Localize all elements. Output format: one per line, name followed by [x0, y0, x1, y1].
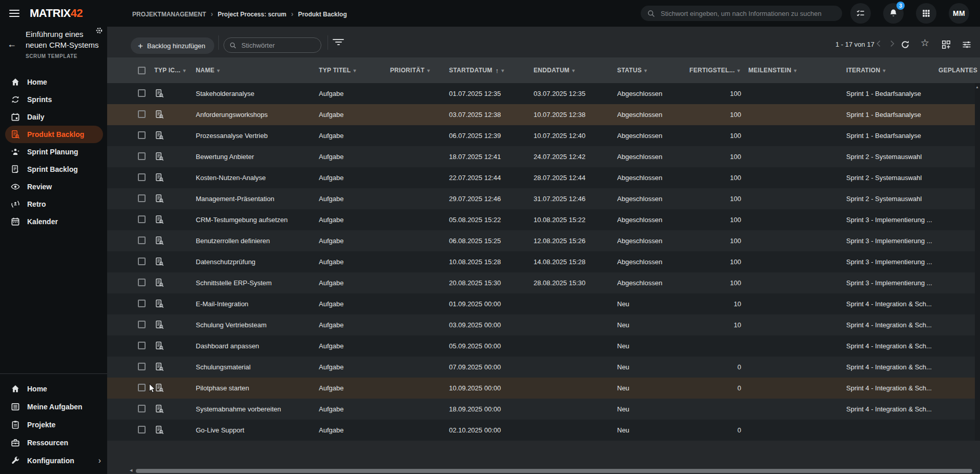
- column-menu-caret-icon[interactable]: [215, 67, 220, 74]
- column-menu-caret-icon[interactable]: [880, 67, 885, 74]
- row-checkbox[interactable]: [138, 279, 146, 286]
- table-row[interactable]: Bewertung AnbieterAufgabe18.07.2025 12:4…: [107, 146, 975, 167]
- global-search-input[interactable]: [660, 9, 836, 18]
- vertical-scrollbar[interactable]: ▲: [975, 83, 980, 441]
- row-checkbox[interactable]: [138, 363, 146, 370]
- column-menu-caret-icon[interactable]: [499, 67, 504, 74]
- horizontal-scrollbar[interactable]: [136, 469, 972, 473]
- table-row[interactable]: Management-PräsentationAufgabe29.07.2025…: [107, 188, 975, 209]
- settings-sliders-icon[interactable]: [962, 40, 972, 50]
- column-header-status[interactable]: STATUS: [617, 67, 689, 74]
- table-row[interactable]: Pilotphase startenAufgabe10.09.2025 00:0…: [107, 378, 975, 399]
- column-menu-caret-icon[interactable]: [735, 67, 740, 74]
- row-checkbox[interactable]: [138, 321, 146, 328]
- row-checkbox[interactable]: [138, 110, 146, 118]
- toolbar-divider: [218, 35, 219, 50]
- select-all-checkbox[interactable]: [138, 67, 146, 74]
- pagination-prev-icon[interactable]: [874, 39, 884, 48]
- sidebar-item-review[interactable]: Review: [0, 178, 107, 195]
- column-header-fertigstel-[interactable]: FERTIGSTEL...: [689, 67, 748, 74]
- column-menu-caret-icon[interactable]: [642, 67, 647, 74]
- cell-checkbox: [107, 384, 154, 393]
- table-row[interactable]: SchulungsmaterialAufgabe07.09.2025 00:00…: [107, 357, 975, 378]
- table-row[interactable]: AnforderungsworkshopsAufgabe03.07.2025 1…: [107, 104, 975, 125]
- sidebar-item-sprints[interactable]: Sprints: [0, 91, 107, 108]
- row-checkbox[interactable]: [138, 152, 146, 160]
- row-checkbox[interactable]: [138, 89, 146, 97]
- row-checkbox[interactable]: [138, 342, 146, 349]
- table-row[interactable]: Benutzerrollen definierenAufgabe06.08.20…: [107, 230, 975, 251]
- table-row[interactable]: CRM-Testumgebung aufsetzenAufgabe05.08.2…: [107, 209, 975, 230]
- row-checkbox[interactable]: [138, 131, 146, 139]
- scroll-left-icon[interactable]: ◀: [130, 468, 132, 472]
- sidebar-item-retro[interactable]: Retro: [0, 195, 107, 213]
- hamburger-menu-icon[interactable]: [9, 10, 19, 17]
- sidebar-item-meine-aufgaben[interactable]: Meine Aufgaben: [0, 398, 107, 416]
- row-checkbox[interactable]: [138, 236, 146, 244]
- keyword-filter-input[interactable]: [240, 41, 316, 50]
- scroll-up-icon[interactable]: ▲: [975, 85, 979, 89]
- column-header-meilenstein[interactable]: MEILENSTEIN: [748, 67, 846, 74]
- filter-icon[interactable]: [333, 39, 344, 46]
- breadcrumb-projektmanagement[interactable]: PROJEKTMANAGEMENT: [132, 11, 206, 18]
- table-row[interactable]: Kosten-Nutzen-AnalyseAufgabe22.07.2025 1…: [107, 167, 975, 188]
- sidebar-item-produkt-backlog[interactable]: Produkt Backlog: [5, 126, 103, 143]
- column-header-startdatum[interactable]: STARTDATUM↑: [449, 67, 534, 74]
- column-menu-caret-icon[interactable]: [180, 67, 186, 74]
- column-header-typ-ic-[interactable]: TYP IC...: [154, 67, 196, 74]
- row-checkbox[interactable]: [138, 194, 146, 202]
- table-row[interactable]: Schnittstelle ERP-SystemAufgabe20.08.202…: [107, 272, 975, 293]
- sidebar-item-daily[interactable]: Daily: [0, 108, 107, 126]
- pagination-next-icon[interactable]: [887, 39, 896, 48]
- table-row[interactable]: DatenschutzprüfungAufgabe10.08.2025 15:2…: [107, 251, 975, 272]
- column-menu-caret-icon[interactable]: [569, 67, 575, 74]
- table-row[interactable]: Dashboard anpassenAufgabe05.09.2025 00:0…: [107, 335, 975, 357]
- column-header-typ-titel[interactable]: TYP TITEL: [319, 67, 390, 74]
- refresh-icon[interactable]: [900, 40, 910, 50]
- table-row[interactable]: StakeholderanalyseAufgabe01.07.2025 12:3…: [107, 83, 975, 104]
- column-header-enddatum[interactable]: ENDDATUM: [534, 67, 617, 74]
- sidebar-item-projekte[interactable]: Projekte: [0, 416, 107, 433]
- row-checkbox[interactable]: [138, 300, 146, 307]
- column-menu-caret-icon[interactable]: [351, 67, 356, 74]
- layout-views-icon[interactable]: [941, 40, 951, 50]
- column-menu-caret-icon[interactable]: [791, 67, 797, 74]
- favorite-star-icon[interactable]: ☆: [921, 37, 929, 49]
- chevron-right-icon[interactable]: ›: [98, 456, 101, 465]
- row-checkbox[interactable]: [138, 384, 146, 391]
- sidebar-item-konfiguration[interactable]: Konfiguration›: [0, 451, 107, 469]
- sidebar-item-home[interactable]: Home: [0, 380, 107, 398]
- breadcrumb-project-process[interactable]: Project Process: scrum: [218, 11, 287, 18]
- column-header-iteration[interactable]: ITERATION: [846, 67, 938, 74]
- search-icon: [647, 9, 656, 18]
- keyword-filter[interactable]: [223, 37, 321, 53]
- add-backlog-button[interactable]: + Backlog hinzufügen: [131, 37, 214, 54]
- column-header-priorit-t[interactable]: PRIORITÄT: [390, 67, 449, 74]
- row-checkbox[interactable]: [138, 426, 146, 433]
- row-checkbox[interactable]: [138, 215, 146, 223]
- cell-checkbox: [107, 152, 154, 162]
- row-checkbox[interactable]: [138, 405, 146, 412]
- table-row[interactable]: E-Mail-IntegrationAufgabe01.09.2025 00:0…: [107, 293, 975, 314]
- table-row[interactable]: Prozessanalyse VertriebAufgabe06.07.2025…: [107, 125, 975, 146]
- table-row[interactable]: Schulung VertriebsteamAufgabe03.09.2025 …: [107, 314, 975, 335]
- column-header-name[interactable]: NAME: [196, 67, 319, 74]
- sidebar-item-kalender[interactable]: Kalender: [0, 213, 107, 230]
- table-row[interactable]: Systemabnahme vorbereitenAufgabe18.09.20…: [107, 399, 975, 420]
- user-avatar[interactable]: MM: [949, 3, 969, 24]
- sidebar-item-ressourcen[interactable]: Ressourcen: [0, 433, 107, 451]
- sidebar-item-sprint-backlog[interactable]: Sprint Backlog: [0, 161, 107, 178]
- sidebar-item-sprint-planung[interactable]: Sprint Planung: [0, 143, 107, 161]
- cell-name: Datenschutzprüfung: [196, 258, 319, 266]
- column-header-geplantes[interactable]: GEPLANTES: [938, 67, 980, 74]
- sidebar-item-home[interactable]: Home: [0, 73, 107, 91]
- row-checkbox[interactable]: [138, 173, 146, 181]
- apps-grid-button[interactable]: [916, 3, 936, 24]
- column-menu-caret-icon[interactable]: [424, 67, 430, 74]
- row-checkbox[interactable]: [138, 258, 146, 265]
- notifications-button[interactable]: 3: [883, 3, 904, 24]
- tasks-checklist-button[interactable]: [850, 3, 871, 24]
- back-arrow-icon[interactable]: ←: [7, 39, 16, 50]
- table-row[interactable]: Go-Live SupportAufgabe02.10.2025 00:00Ne…: [107, 420, 975, 441]
- global-search[interactable]: [641, 6, 842, 21]
